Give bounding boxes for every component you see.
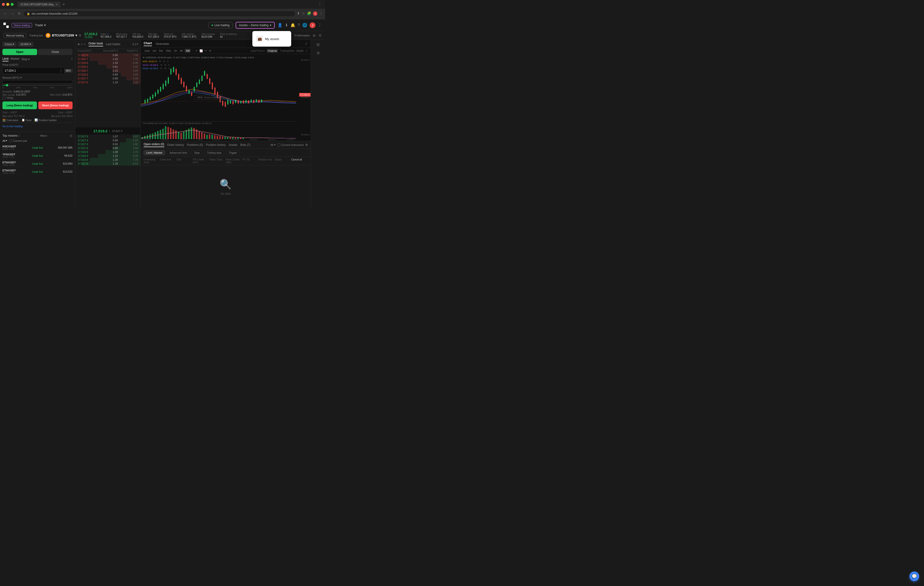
table-row[interactable]: 17,018.2 0.69 2.69: [75, 73, 140, 76]
table-row[interactable]: 17,015.9 1.08 4.76: [75, 150, 140, 154]
star-icon[interactable]: ☆: [79, 34, 81, 37]
trigger-filter[interactable]: Trigger: [226, 150, 240, 155]
close-window-btn[interactable]: [2, 3, 5, 6]
depth-btn[interactable]: Depth: [297, 49, 304, 52]
table-row[interactable]: 17,020.7 1.02 7.10: [75, 57, 140, 61]
5m-btn[interactable]: 5m: [158, 49, 164, 53]
bots-tab[interactable]: Bots (7): [240, 143, 251, 147]
position-history-tab[interactable]: Position history: [206, 143, 226, 147]
bookmark-icon[interactable]: ☆: [302, 12, 305, 16]
settings-tool[interactable]: ⚙: [209, 49, 211, 53]
short-demo-button[interactable]: Short (Demo trading): [38, 101, 73, 109]
ob-asks-icon[interactable]: ≡: [81, 42, 82, 46]
btc-pair-selector[interactable]: ₿ BTCUSDT1209 ▾ ☆: [46, 33, 81, 38]
live-trading-button[interactable]: Live trading: [208, 22, 233, 28]
table-row[interactable]: 17,015.0 1.23 5.99: [75, 154, 140, 158]
browser-tab[interactable]: 17,019.2 BTCUSDT1209 | Buy... ✕: [18, 2, 61, 7]
settings-movers-icon[interactable]: ⊞: [69, 134, 73, 137]
list-item[interactable]: KNC/USDT 12/06, 13:41 Large buy 369,587,…: [2, 144, 73, 152]
assets-tab[interactable]: Assets: [229, 143, 237, 147]
manual-trading-button[interactable]: Manual trading: [3, 33, 26, 38]
last-trades-tab[interactable]: Last trades: [106, 43, 120, 46]
1h-btn[interactable]: 1h: [173, 49, 178, 53]
assets-demo-button[interactable]: Assets – Demo trading ▾: [236, 22, 275, 29]
bbo-button[interactable]: BBO: [64, 68, 72, 73]
more-options-icon[interactable]: ⋮: [318, 23, 322, 27]
1w-btn[interactable]: 1W: [185, 49, 191, 53]
amount-input-box[interactable]: [2, 80, 73, 83]
table-row[interactable]: 17,019.6 1.43 6.08: [75, 61, 140, 65]
cross-button[interactable]: Cross ▾: [2, 42, 16, 47]
price-stepper[interactable]: ⋮: [58, 68, 64, 73]
positions-tab[interactable]: Positions (0): [187, 143, 203, 147]
all-filter-select[interactable]: All▾: [271, 143, 276, 146]
1m-btn[interactable]: 1m: [152, 49, 157, 53]
chart-expand-icon[interactable]: ⤢: [305, 49, 308, 53]
line-btn[interactable]: Line: [144, 49, 151, 53]
ob-bids-icon[interactable]: ≡: [84, 42, 86, 46]
minimize-window-btn[interactable]: [6, 3, 9, 6]
user-profile-icon[interactable]: 👤: [277, 23, 282, 27]
trailing-stop-filter[interactable]: Trailing stop: [204, 150, 224, 155]
draw-tool[interactable]: ✏: [205, 49, 207, 53]
leverage-button[interactable]: 10.00X ▾: [18, 42, 33, 47]
table-row[interactable]: 17,018.7 1.15 3.84: [75, 69, 140, 73]
table-row[interactable]: 17,013.6 1.26 7.25: [75, 158, 140, 162]
layout-icon[interactable]: ⊞: [313, 33, 316, 37]
15m-btn[interactable]: 15m: [165, 49, 172, 53]
ob-both-icon[interactable]: ≡: [78, 42, 79, 46]
notifications-icon[interactable]: 🔔: [290, 23, 295, 27]
calculator-tool[interactable]: 🧮 Calculator: [2, 118, 19, 122]
go-live-link[interactable]: Go to live trading: [2, 122, 73, 130]
table-row[interactable]: 17,017.7 0.90 2.00: [75, 76, 140, 80]
chart-fullscreen-icon[interactable]: ⤢: [305, 42, 308, 46]
tradingview-btn[interactable]: TradingView: [280, 49, 295, 52]
sidebar-icon-settings[interactable]: ⚙: [317, 51, 320, 55]
order-book-tab[interactable]: Order book: [89, 42, 103, 46]
settings-orders-icon[interactable]: ⊞: [305, 143, 308, 146]
current-instrument-checkbox[interactable]: Current instrument: [277, 144, 304, 146]
table-row[interactable]: 17,017.5 1.07 1.07: [75, 134, 140, 138]
list-item[interactable]: YFII/USDT 12/06, 13:41 Large buy 66,622: [2, 152, 73, 160]
original-view-btn[interactable]: Original: [267, 49, 278, 53]
price-input[interactable]: [3, 68, 58, 74]
chart-tab[interactable]: Chart: [144, 41, 152, 46]
information-link[interactable]: ℹ Information: [295, 34, 310, 37]
table-row[interactable]: 17,017.6 1.10 1.10: [75, 80, 140, 84]
order-history-tab[interactable]: Order history: [167, 143, 184, 147]
open-button[interactable]: Open: [2, 49, 37, 55]
list-item[interactable]: ETH/USDT 12/06, 13:40 Large buy 513,522: [2, 168, 73, 176]
ob-size-selector[interactable]: 0.1 ▾: [132, 43, 138, 46]
order-info-icon[interactable]: ℹ: [71, 57, 73, 61]
forward-btn[interactable]: →: [10, 11, 15, 16]
4h-btn[interactable]: 4h: [179, 49, 184, 53]
crosshair-tool[interactable]: ✛: [195, 49, 198, 53]
language-icon[interactable]: 🌐: [302, 23, 307, 27]
trade-nav-menu[interactable]: Trade ▾: [35, 23, 46, 27]
more-link[interactable]: More ›: [40, 134, 48, 137]
help-icon[interactable]: ?: [298, 23, 300, 27]
maximize-window-btn[interactable]: [11, 3, 13, 6]
table-row[interactable]: 17,017.0 0.88 3.68: [75, 146, 140, 150]
last-price-selector[interactable]: Last Price ▾: [251, 49, 265, 53]
long-demo-button[interactable]: Long (Demo trading): [2, 101, 37, 109]
market-order-type[interactable]: Market: [10, 57, 20, 61]
user-avatar[interactable]: J: [310, 22, 315, 28]
overview-tab[interactable]: Overview: [156, 42, 169, 46]
okx-logo[interactable]: [3, 23, 9, 28]
open-orders-tab[interactable]: Open orders (0): [144, 142, 164, 147]
settings-icon[interactable]: ⚙: [318, 33, 322, 37]
table-row[interactable]: 17,022.0 0.86 7.96: [75, 53, 140, 57]
limit-order-type[interactable]: Limit: [2, 57, 8, 61]
tpsl-checkbox[interactable]: [2, 97, 5, 99]
table-row[interactable]: 17,019.2 0.81 4.65: [75, 65, 140, 69]
new-tab-button[interactable]: +: [62, 2, 66, 7]
table-row[interactable]: 17,011.8 1.28 8.53: [75, 162, 140, 166]
indicator-tool[interactable]: 📈: [200, 49, 203, 53]
stop-filter[interactable]: Stop: [191, 150, 202, 155]
table-row[interactable]: 17,017.4 0.80 1.87: [75, 138, 140, 142]
amount-chevron[interactable]: ▾: [20, 76, 22, 79]
list-item[interactable]: ETH/USDT 12/06, 13:40 Large buy 610,893: [2, 160, 73, 168]
refresh-btn[interactable]: ↻: [17, 11, 22, 16]
all-filter-button[interactable]: All ▾: [2, 139, 7, 142]
